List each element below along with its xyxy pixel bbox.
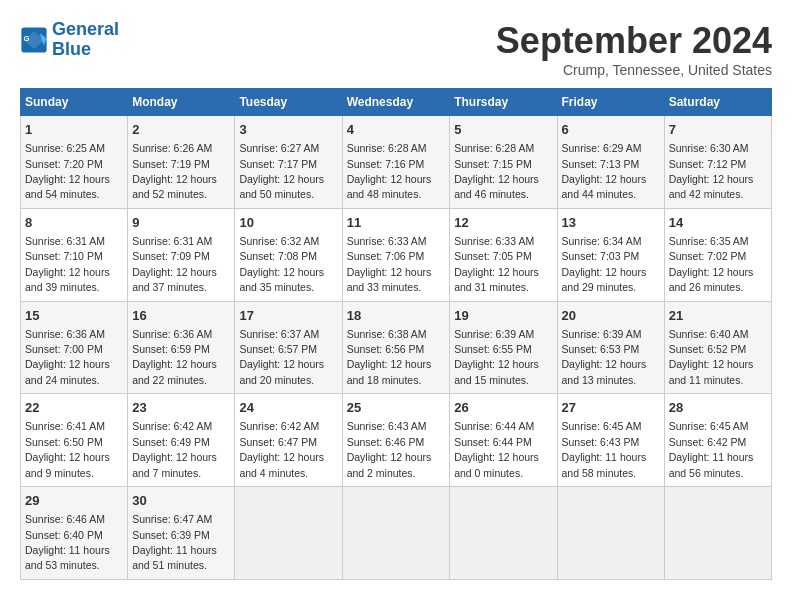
day-number: 10 [239, 214, 337, 232]
calendar-cell [235, 487, 342, 580]
day-info: Sunrise: 6:41 AMSunset: 6:50 PMDaylight:… [25, 420, 110, 478]
day-info: Sunrise: 6:36 AMSunset: 6:59 PMDaylight:… [132, 328, 217, 386]
day-number: 8 [25, 214, 123, 232]
calendar-cell [342, 487, 450, 580]
calendar-cell: 17 Sunrise: 6:37 AMSunset: 6:57 PMDaylig… [235, 301, 342, 394]
logo-line1: General [52, 19, 119, 39]
day-number: 17 [239, 307, 337, 325]
day-info: Sunrise: 6:30 AMSunset: 7:12 PMDaylight:… [669, 142, 754, 200]
col-sunday: Sunday [21, 89, 128, 116]
calendar-cell: 7 Sunrise: 6:30 AMSunset: 7:12 PMDayligh… [664, 116, 771, 209]
calendar-cell: 16 Sunrise: 6:36 AMSunset: 6:59 PMDaylig… [128, 301, 235, 394]
page-title: September 2024 [496, 20, 772, 62]
day-info: Sunrise: 6:35 AMSunset: 7:02 PMDaylight:… [669, 235, 754, 293]
day-info: Sunrise: 6:46 AMSunset: 6:40 PMDaylight:… [25, 513, 110, 571]
day-number: 15 [25, 307, 123, 325]
day-info: Sunrise: 6:39 AMSunset: 6:53 PMDaylight:… [562, 328, 647, 386]
col-wednesday: Wednesday [342, 89, 450, 116]
calendar-cell: 14 Sunrise: 6:35 AMSunset: 7:02 PMDaylig… [664, 208, 771, 301]
calendar-table: Sunday Monday Tuesday Wednesday Thursday… [20, 88, 772, 580]
day-info: Sunrise: 6:44 AMSunset: 6:44 PMDaylight:… [454, 420, 539, 478]
calendar-cell: 25 Sunrise: 6:43 AMSunset: 6:46 PMDaylig… [342, 394, 450, 487]
day-number: 12 [454, 214, 552, 232]
day-info: Sunrise: 6:42 AMSunset: 6:47 PMDaylight:… [239, 420, 324, 478]
day-number: 20 [562, 307, 660, 325]
day-info: Sunrise: 6:37 AMSunset: 6:57 PMDaylight:… [239, 328, 324, 386]
day-number: 13 [562, 214, 660, 232]
day-info: Sunrise: 6:40 AMSunset: 6:52 PMDaylight:… [669, 328, 754, 386]
calendar-cell: 20 Sunrise: 6:39 AMSunset: 6:53 PMDaylig… [557, 301, 664, 394]
calendar-week-row: 8 Sunrise: 6:31 AMSunset: 7:10 PMDayligh… [21, 208, 772, 301]
calendar-cell: 3 Sunrise: 6:27 AMSunset: 7:17 PMDayligh… [235, 116, 342, 209]
col-friday: Friday [557, 89, 664, 116]
calendar-week-row: 29 Sunrise: 6:46 AMSunset: 6:40 PMDaylig… [21, 487, 772, 580]
day-number: 7 [669, 121, 767, 139]
day-info: Sunrise: 6:39 AMSunset: 6:55 PMDaylight:… [454, 328, 539, 386]
day-number: 21 [669, 307, 767, 325]
day-info: Sunrise: 6:27 AMSunset: 7:17 PMDaylight:… [239, 142, 324, 200]
col-monday: Monday [128, 89, 235, 116]
day-info: Sunrise: 6:32 AMSunset: 7:08 PMDaylight:… [239, 235, 324, 293]
calendar-cell: 26 Sunrise: 6:44 AMSunset: 6:44 PMDaylig… [450, 394, 557, 487]
calendar-week-row: 1 Sunrise: 6:25 AMSunset: 7:20 PMDayligh… [21, 116, 772, 209]
calendar-cell [664, 487, 771, 580]
day-info: Sunrise: 6:28 AMSunset: 7:16 PMDaylight:… [347, 142, 432, 200]
calendar-cell: 29 Sunrise: 6:46 AMSunset: 6:40 PMDaylig… [21, 487, 128, 580]
calendar-cell: 15 Sunrise: 6:36 AMSunset: 7:00 PMDaylig… [21, 301, 128, 394]
logo: G General Blue [20, 20, 119, 60]
page-subtitle: Crump, Tennessee, United States [496, 62, 772, 78]
svg-text:G: G [24, 34, 30, 43]
col-saturday: Saturday [664, 89, 771, 116]
day-info: Sunrise: 6:28 AMSunset: 7:15 PMDaylight:… [454, 142, 539, 200]
calendar-cell: 18 Sunrise: 6:38 AMSunset: 6:56 PMDaylig… [342, 301, 450, 394]
day-number: 30 [132, 492, 230, 510]
header-row: Sunday Monday Tuesday Wednesday Thursday… [21, 89, 772, 116]
day-info: Sunrise: 6:34 AMSunset: 7:03 PMDaylight:… [562, 235, 647, 293]
day-info: Sunrise: 6:42 AMSunset: 6:49 PMDaylight:… [132, 420, 217, 478]
calendar-cell: 8 Sunrise: 6:31 AMSunset: 7:10 PMDayligh… [21, 208, 128, 301]
day-number: 14 [669, 214, 767, 232]
calendar-cell: 9 Sunrise: 6:31 AMSunset: 7:09 PMDayligh… [128, 208, 235, 301]
calendar-cell: 23 Sunrise: 6:42 AMSunset: 6:49 PMDaylig… [128, 394, 235, 487]
calendar-cell: 10 Sunrise: 6:32 AMSunset: 7:08 PMDaylig… [235, 208, 342, 301]
day-number: 5 [454, 121, 552, 139]
day-number: 9 [132, 214, 230, 232]
calendar-cell: 5 Sunrise: 6:28 AMSunset: 7:15 PMDayligh… [450, 116, 557, 209]
calendar-cell: 30 Sunrise: 6:47 AMSunset: 6:39 PMDaylig… [128, 487, 235, 580]
col-thursday: Thursday [450, 89, 557, 116]
day-info: Sunrise: 6:36 AMSunset: 7:00 PMDaylight:… [25, 328, 110, 386]
calendar-cell: 19 Sunrise: 6:39 AMSunset: 6:55 PMDaylig… [450, 301, 557, 394]
day-info: Sunrise: 6:33 AMSunset: 7:06 PMDaylight:… [347, 235, 432, 293]
calendar-week-row: 22 Sunrise: 6:41 AMSunset: 6:50 PMDaylig… [21, 394, 772, 487]
header: G General Blue September 2024 Crump, Ten… [20, 20, 772, 78]
day-info: Sunrise: 6:45 AMSunset: 6:42 PMDaylight:… [669, 420, 754, 478]
day-info: Sunrise: 6:25 AMSunset: 7:20 PMDaylight:… [25, 142, 110, 200]
title-area: September 2024 Crump, Tennessee, United … [496, 20, 772, 78]
day-number: 22 [25, 399, 123, 417]
day-info: Sunrise: 6:47 AMSunset: 6:39 PMDaylight:… [132, 513, 217, 571]
day-info: Sunrise: 6:29 AMSunset: 7:13 PMDaylight:… [562, 142, 647, 200]
day-number: 29 [25, 492, 123, 510]
calendar-cell: 6 Sunrise: 6:29 AMSunset: 7:13 PMDayligh… [557, 116, 664, 209]
calendar-cell: 2 Sunrise: 6:26 AMSunset: 7:19 PMDayligh… [128, 116, 235, 209]
calendar-week-row: 15 Sunrise: 6:36 AMSunset: 7:00 PMDaylig… [21, 301, 772, 394]
day-number: 11 [347, 214, 446, 232]
day-number: 18 [347, 307, 446, 325]
day-number: 23 [132, 399, 230, 417]
day-number: 26 [454, 399, 552, 417]
calendar-cell: 12 Sunrise: 6:33 AMSunset: 7:05 PMDaylig… [450, 208, 557, 301]
day-info: Sunrise: 6:43 AMSunset: 6:46 PMDaylight:… [347, 420, 432, 478]
calendar-cell: 13 Sunrise: 6:34 AMSunset: 7:03 PMDaylig… [557, 208, 664, 301]
day-info: Sunrise: 6:31 AMSunset: 7:09 PMDaylight:… [132, 235, 217, 293]
col-tuesday: Tuesday [235, 89, 342, 116]
day-info: Sunrise: 6:26 AMSunset: 7:19 PMDaylight:… [132, 142, 217, 200]
day-info: Sunrise: 6:38 AMSunset: 6:56 PMDaylight:… [347, 328, 432, 386]
day-info: Sunrise: 6:31 AMSunset: 7:10 PMDaylight:… [25, 235, 110, 293]
day-number: 27 [562, 399, 660, 417]
calendar-cell: 27 Sunrise: 6:45 AMSunset: 6:43 PMDaylig… [557, 394, 664, 487]
day-number: 6 [562, 121, 660, 139]
day-number: 24 [239, 399, 337, 417]
day-number: 3 [239, 121, 337, 139]
day-info: Sunrise: 6:45 AMSunset: 6:43 PMDaylight:… [562, 420, 647, 478]
calendar-cell [450, 487, 557, 580]
